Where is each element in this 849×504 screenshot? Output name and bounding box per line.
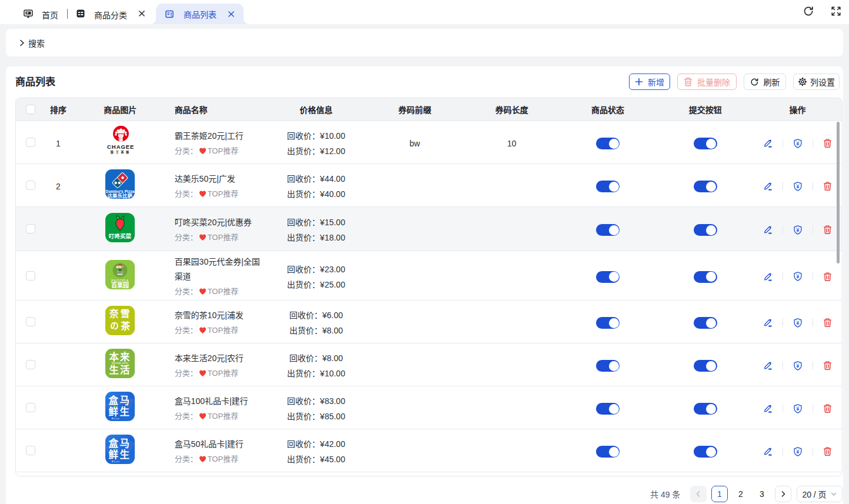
svg-text:百果园: 百果园 <box>111 282 129 289</box>
svg-text:盒马.com: 盒马.com <box>112 460 120 463</box>
svg-text:鲜生: 鲜生 <box>109 406 131 417</box>
svg-text:benlai.com: benlai.com <box>112 361 128 365</box>
svg-text:生活: 生活 <box>109 364 131 375</box>
svg-text:霸王茶姬: 霸王茶姬 <box>111 150 131 154</box>
svg-text:雪: 雪 <box>121 309 130 319</box>
svg-text:の: の <box>110 321 119 331</box>
svg-text:CHAGEE: CHAGEE <box>107 143 134 150</box>
svg-text:盒马.com: 盒马.com <box>112 417 120 420</box>
svg-text:叮咚买菜: 叮咚买菜 <box>109 233 132 239</box>
svg-text:达美乐比萨: 达美乐比萨 <box>108 193 133 199</box>
svg-text:百果园: 百果园 <box>117 271 124 273</box>
svg-text:奈: 奈 <box>109 308 119 319</box>
svg-text:鲜生: 鲜生 <box>109 449 131 460</box>
svg-text:盒马: 盒马 <box>108 395 131 406</box>
svg-text:本来: 本来 <box>109 351 131 362</box>
svg-text:盒马: 盒马 <box>108 438 131 449</box>
svg-text:茶: 茶 <box>120 321 131 331</box>
